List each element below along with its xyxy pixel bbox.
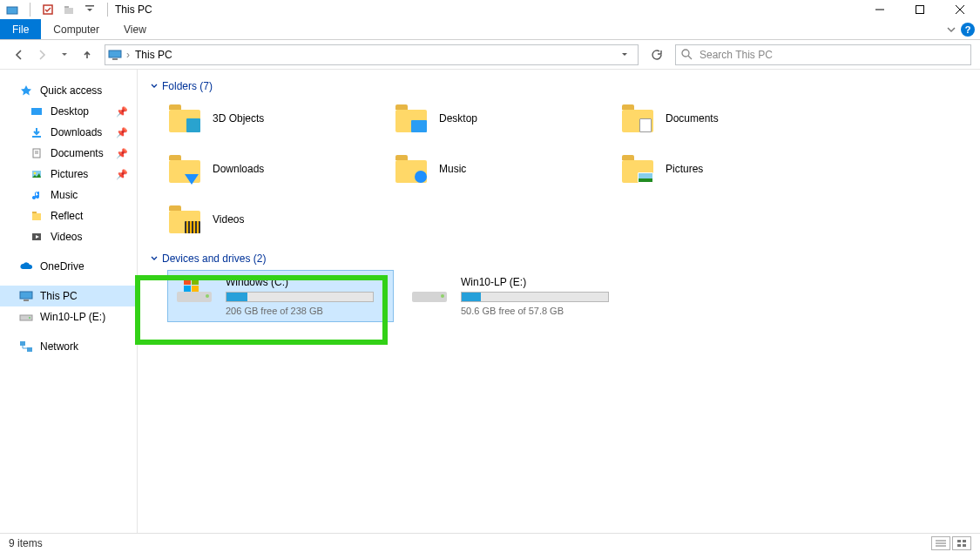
navpane-label: Music [51, 189, 78, 201]
system-menu-icon[interactable] [5, 3, 19, 17]
navpane-label: OneDrive [40, 260, 84, 273]
folder-item[interactable]: Documents [620, 98, 847, 139]
section-drives[interactable]: Devices and drives (2) [150, 252, 968, 265]
drive-icon [19, 310, 33, 324]
refresh-button[interactable] [645, 44, 666, 65]
navpane-qa-item[interactable]: Music [0, 185, 137, 205]
forward-button[interactable] [31, 44, 52, 65]
close-button[interactable] [940, 0, 980, 19]
drive-free-text: 206 GB free of 238 GB [226, 306, 388, 316]
folder-icon [167, 101, 202, 136]
navpane-label: This PC [40, 290, 78, 302]
svg-rect-20 [32, 213, 41, 220]
view-large-icons-button[interactable] [952, 536, 971, 550]
drive-usage-bar [226, 292, 374, 302]
view-details-button[interactable] [931, 536, 950, 550]
drive-item[interactable]: Windows (C:)206 GB free of 238 GB [167, 270, 394, 322]
navpane-onedrive[interactable]: OneDrive [0, 256, 137, 277]
section-drives-label: Devices and drives (2) [162, 252, 266, 265]
svg-rect-2 [64, 8, 73, 14]
maximize-button[interactable] [900, 0, 940, 19]
qat-customize-dropdown[interactable] [83, 3, 97, 17]
navpane-label: Quick access [40, 84, 102, 97]
minimize-button[interactable] [860, 0, 900, 19]
folder-item[interactable]: 3D Objects [167, 98, 394, 139]
qat-new-folder-icon[interactable] [62, 3, 76, 17]
folder-icon [620, 151, 655, 186]
qat-properties-icon[interactable] [41, 3, 55, 17]
svg-rect-3 [64, 6, 69, 8]
folder-icon [394, 151, 429, 186]
folder-item[interactable]: Music [394, 148, 620, 190]
drive-name: Win10-LP (E:) [461, 276, 623, 288]
svg-line-12 [688, 56, 692, 59]
folder-label: Downloads [213, 163, 264, 175]
folder-item[interactable]: Videos [167, 199, 394, 240]
navpane-label: Network [40, 340, 78, 353]
navpane-qa-item[interactable]: Documents📌 [0, 143, 137, 164]
folder-item[interactable]: Pictures [620, 148, 847, 190]
navpane-this-pc[interactable]: This PC [0, 286, 137, 306]
navpane-label: Documents [51, 147, 104, 159]
drive-item[interactable]: Win10-LP (E:)50.6 GB free of 57.8 GB [402, 270, 629, 322]
folder-icon [394, 101, 429, 136]
folder-label: Desktop [439, 112, 477, 125]
folder-icon [620, 101, 655, 136]
svg-rect-4 [85, 5, 94, 7]
svg-rect-9 [109, 50, 121, 57]
breadcrumb-this-pc[interactable]: This PC [132, 49, 176, 61]
back-button[interactable] [9, 44, 30, 65]
content-area: Folders (7) 3D ObjectsDesktopDocumentsDo… [138, 70, 980, 533]
folder-label: Pictures [666, 163, 703, 175]
drive-name: Windows (C:) [226, 276, 388, 288]
section-folders[interactable]: Folders (7) [150, 80, 968, 92]
svg-rect-32 [957, 540, 961, 542]
svg-rect-0 [7, 7, 17, 14]
help-button[interactable]: ? [961, 23, 975, 37]
navpane-qa-item[interactable]: Desktop📌 [0, 101, 137, 122]
up-button[interactable] [77, 44, 98, 65]
navpane-network[interactable]: Network [0, 336, 137, 357]
onedrive-icon [19, 259, 33, 273]
navpane-label: Pictures [51, 168, 88, 180]
svg-rect-21 [32, 212, 37, 213]
tab-computer[interactable]: Computer [41, 19, 112, 39]
status-bar: 9 items [0, 533, 980, 552]
network-icon [19, 340, 33, 353]
folder-icon [167, 202, 202, 237]
folder-item[interactable]: Desktop [394, 98, 620, 139]
pin-icon: 📌 [116, 169, 128, 180]
tab-file[interactable]: File [0, 19, 41, 39]
address-history-dropdown[interactable] [620, 50, 638, 59]
title-bar: This PC [0, 0, 980, 19]
navpane-label: Videos [51, 231, 82, 243]
navpane-quick-access[interactable]: Quick access [0, 80, 137, 101]
chevron-right-icon[interactable]: › [126, 49, 130, 61]
navpane-qa-item[interactable]: Videos [0, 226, 137, 247]
section-folders-label: Folders (7) [162, 80, 213, 92]
folder-label: Videos [213, 213, 244, 226]
svg-rect-34 [957, 544, 961, 547]
svg-rect-6 [916, 6, 924, 14]
navpane-drive-e[interactable]: Win10-LP (E:) [0, 306, 137, 327]
folder-icon [167, 151, 202, 186]
svg-point-26 [29, 317, 30, 319]
tab-view[interactable]: View [112, 19, 159, 39]
ribbon-expand-icon[interactable] [947, 25, 956, 34]
drive-icon [409, 276, 450, 307]
navpane-qa-item[interactable]: Reflect [0, 205, 137, 226]
address-bar[interactable]: › This PC [105, 44, 639, 65]
navpane-qa-item[interactable]: Pictures📌 [0, 164, 137, 185]
folder-icon [30, 167, 44, 181]
svg-rect-13 [31, 108, 42, 115]
folder-item[interactable]: Downloads [167, 148, 394, 190]
svg-rect-10 [112, 58, 118, 60]
search-box[interactable] [675, 44, 971, 65]
drive-usage-bar [461, 292, 609, 302]
recent-locations-dropdown[interactable] [54, 44, 75, 65]
svg-rect-35 [963, 544, 966, 547]
navpane-label: Win10-LP (E:) [40, 311, 105, 323]
navpane-qa-item[interactable]: Downloads📌 [0, 122, 137, 143]
search-input[interactable] [698, 48, 965, 62]
this-pc-icon [19, 289, 33, 303]
